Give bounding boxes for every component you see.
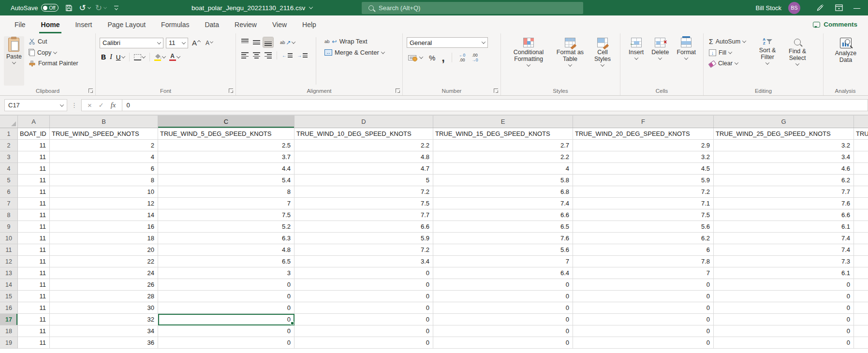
formula-bar-drag-handle[interactable]: ⋮ [67,102,81,109]
cell-C14[interactable]: 0 [158,279,294,291]
cell-C10[interactable]: 6.3 [158,233,294,244]
cell-D17[interactable]: 0 [294,314,433,325]
cell-C9[interactable]: 5.2 [158,221,294,233]
cell-G17[interactable]: 0 [714,314,854,325]
cell-H6[interactable] [854,186,868,198]
cell-G16[interactable]: 0 [714,302,854,314]
cell-H13[interactable] [854,267,868,279]
cell-E7[interactable]: 7.4 [433,198,573,209]
tab-insert[interactable]: Insert [67,15,100,33]
row-header-1[interactable]: 1 [0,128,18,140]
tab-page-layout[interactable]: Page Layout [100,15,153,33]
row-header-11[interactable]: 11 [0,244,18,256]
accounting-format-button[interactable] [407,54,424,62]
underline-button[interactable]: U [115,52,126,62]
cell-B4[interactable]: 6 [50,163,158,175]
cell-F1[interactable]: TRUE_WIND_20_DEG_SPEED_KNOTS [573,128,714,140]
cell-G4[interactable]: 4.6 [714,163,854,175]
row-header-2[interactable]: 2 [0,140,18,151]
cell-F5[interactable]: 5.9 [573,175,714,186]
cell-C2[interactable]: 2.5 [158,140,294,151]
row-header-10[interactable]: 10 [0,233,18,244]
format-cells-button[interactable]: Format [674,36,698,86]
tab-review[interactable]: Review [227,15,265,33]
cell-A9[interactable]: 11 [18,221,50,233]
cell-A15[interactable]: 11 [18,291,50,302]
cell-D2[interactable]: 2.2 [294,140,433,151]
cell-E16[interactable]: 0 [433,302,573,314]
autosave-switch[interactable]: Off [41,4,59,12]
cell-H19[interactable] [854,337,868,349]
cell-E6[interactable]: 6.8 [433,186,573,198]
row-header-12[interactable]: 12 [0,256,18,267]
cell-D4[interactable]: 4.7 [294,163,433,175]
font-dialog-launcher-icon[interactable] [229,88,233,93]
cell-G12[interactable]: 7.3 [714,256,854,267]
cell-B9[interactable]: 16 [50,221,158,233]
col-header-C[interactable]: C [158,116,294,128]
editing-mode-button[interactable] [810,0,829,15]
row-header-17[interactable]: 17 [0,314,18,325]
cell-G2[interactable]: 3.2 [714,140,854,151]
comments-button[interactable]: Comments [813,15,857,33]
format-as-table-button[interactable]: Format as Table [552,36,588,86]
cell-D15[interactable]: 0 [294,291,433,302]
cell-G13[interactable]: 6.1 [714,267,854,279]
font-size-select[interactable]: 11 [166,38,188,48]
enter-button[interactable]: ✓ [99,102,104,109]
cell-H15[interactable] [854,291,868,302]
cell-B16[interactable]: 30 [50,302,158,314]
cell-F16[interactable]: 0 [573,302,714,314]
bottom-align-button[interactable] [263,37,273,47]
cell-C1[interactable]: TRUE_WIND_5_DEG_SPEED_KNOTS [158,128,294,140]
cell-D5[interactable]: 5 [294,175,433,186]
cell-F9[interactable]: 5.6 [573,221,714,233]
number-dialog-launcher-icon[interactable] [494,88,498,93]
cell-A16[interactable]: 11 [18,302,50,314]
increase-indent-button[interactable]: → [295,50,309,60]
col-header-H[interactable]: H [854,116,868,128]
fill-color-button[interactable] [153,52,167,62]
italic-button[interactable]: I [108,52,114,62]
ribbon-display-options-button[interactable] [829,0,849,15]
cell-C3[interactable]: 3.7 [158,151,294,163]
cell-B18[interactable]: 34 [50,325,158,337]
cell-B8[interactable]: 14 [50,209,158,221]
cell-E3[interactable]: 2.2 [433,151,573,163]
cell-A1[interactable]: BOAT_ID [18,128,50,140]
cell-C5[interactable]: 5.4 [158,175,294,186]
cell-E15[interactable]: 0 [433,291,573,302]
fill-button[interactable]: ↓ Fill [707,49,747,57]
row-header-3[interactable]: 3 [0,151,18,163]
cell-C4[interactable]: 4.4 [158,163,294,175]
tab-data[interactable]: Data [197,15,227,33]
customize-qat-button[interactable] [111,2,122,14]
wrap-text-button[interactable]: ab ↩ Wrap Text [323,37,386,45]
autosave-toggle[interactable]: AutoSave Off [11,4,59,12]
cell-A17[interactable]: 11 [18,314,50,325]
cell-D12[interactable]: 3.4 [294,256,433,267]
col-header-E[interactable]: E [433,116,573,128]
cell-B15[interactable]: 28 [50,291,158,302]
cell-G7[interactable]: 7.6 [714,198,854,209]
cell-B11[interactable]: 20 [50,244,158,256]
cell-D8[interactable]: 7.7 [294,209,433,221]
orientation-button[interactable]: ab ↗ [279,38,296,47]
copy-button[interactable]: Copy [27,48,80,57]
number-format-select[interactable]: General [407,37,488,48]
cell-A2[interactable]: 11 [18,140,50,151]
cell-B12[interactable]: 22 [50,256,158,267]
user-name[interactable]: Bill Stock [756,4,781,12]
cell-B6[interactable]: 10 [50,186,158,198]
cell-H10[interactable] [854,233,868,244]
minimize-button[interactable]: — [849,0,868,15]
cell-A18[interactable]: 11 [18,325,50,337]
font-color-button[interactable]: A [168,52,181,62]
analyze-data-button[interactable]: Analyze Data [831,36,860,86]
col-header-B[interactable]: B [50,116,158,128]
cell-D13[interactable]: 0 [294,267,433,279]
tab-home[interactable]: Home [33,15,68,33]
cell-B2[interactable]: 2 [50,140,158,151]
cell-G5[interactable]: 6.2 [714,175,854,186]
cell-A3[interactable]: 11 [18,151,50,163]
